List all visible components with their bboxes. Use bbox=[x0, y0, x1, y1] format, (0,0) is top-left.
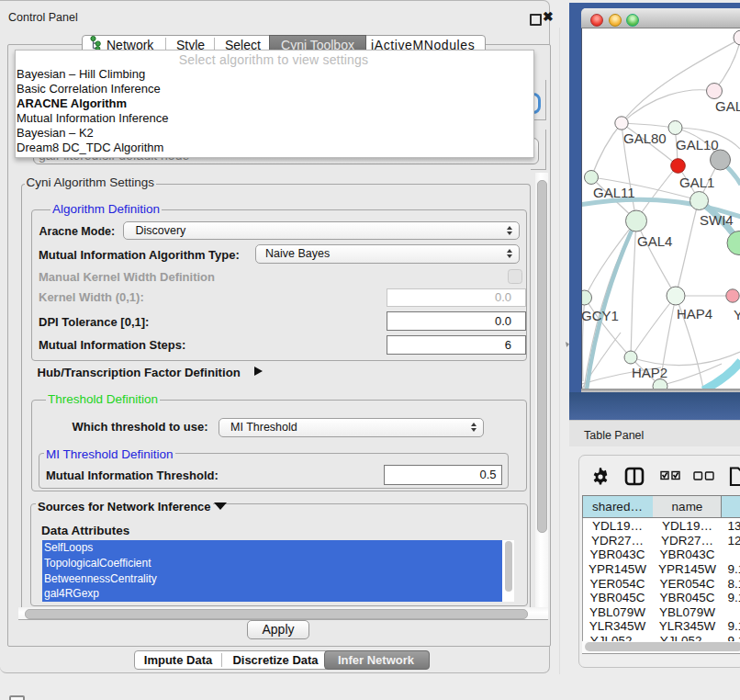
svg-text:HAP2: HAP2 bbox=[632, 365, 667, 380]
svg-text:GAL11: GAL11 bbox=[593, 185, 635, 200]
svg-text:GAL10: GAL10 bbox=[676, 137, 719, 152]
svg-text:GAL4: GAL4 bbox=[637, 233, 672, 249]
svg-text:GAL1: GAL1 bbox=[679, 175, 714, 190]
svg-text:HAP4: HAP4 bbox=[677, 306, 712, 322]
svg-text:GAL7: GAL7 bbox=[715, 98, 740, 114]
svg-text:Y: Y bbox=[734, 307, 740, 322]
svg-text:SWI4: SWI4 bbox=[700, 212, 734, 228]
svg-text:GCY1: GCY1 bbox=[582, 308, 619, 323]
svg-text:GAL80: GAL80 bbox=[623, 130, 667, 146]
